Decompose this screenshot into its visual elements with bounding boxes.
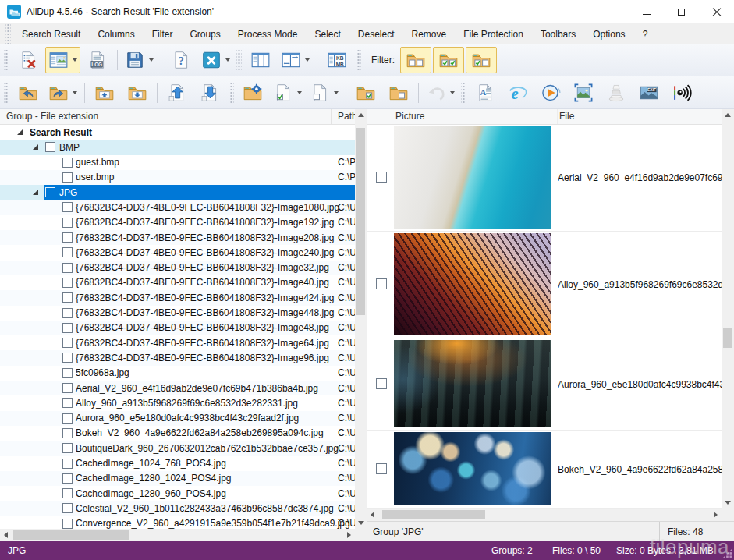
tree-row[interactable]: CachedImage_1024_768_POS4.jpgC:\U — [0, 456, 355, 471]
file-checkbox[interactable] — [62, 368, 73, 378]
file-checkbox[interactable] — [62, 459, 73, 469]
tree-row[interactable]: guest.bmpC:\P — [0, 155, 355, 170]
open-text-editor-button[interactable]: A — [470, 80, 501, 106]
file-checkbox[interactable] — [62, 308, 73, 318]
file-checkbox[interactable] — [62, 232, 73, 243]
menu-file-protection[interactable]: File Protection — [455, 23, 532, 44]
tree-root-row[interactable]: Search Result — [0, 125, 355, 140]
close-button[interactable] — [198, 47, 233, 73]
tree-row[interactable]: {76832BC4-DD37-4BE0-9FEC-BB6041808F32}-I… — [0, 245, 355, 260]
tree-row[interactable]: Aurora_960_e5e180d0afc4c9938bc4f43c29faa… — [0, 411, 355, 426]
close-search-result-button[interactable] — [12, 47, 44, 73]
tree-row[interactable]: {76832BC4-DD37-4BE0-9FEC-BB6041808F32}-I… — [0, 335, 355, 350]
file-checkbox[interactable] — [62, 202, 73, 212]
file-checkbox[interactable] — [62, 413, 73, 424]
tree-row[interactable]: {76832BC4-DD37-4BE0-9FEC-BB6041808F32}-I… — [0, 306, 355, 321]
preview-vscrollbar[interactable] — [722, 109, 734, 509]
dropdown-arrow-icon[interactable] — [73, 58, 77, 62]
select-group-button[interactable] — [350, 80, 381, 106]
tree-hscroll-thumb[interactable] — [13, 530, 129, 540]
dropdown-arrow-icon[interactable] — [149, 58, 154, 62]
tree-vscroll-thumb[interactable] — [356, 128, 365, 315]
filter-mixed-groups-button[interactable] — [466, 47, 497, 73]
open-image-viewer-button[interactable] — [568, 80, 599, 106]
file-checkbox[interactable] — [62, 263, 73, 273]
previous-file-button[interactable] — [89, 80, 120, 106]
maximize-button[interactable] — [664, 0, 699, 23]
tree-row[interactable]: {76832BC4-DD37-4BE0-9FEC-BB6041808F32}-I… — [0, 350, 355, 365]
dropdown-arrow-icon[interactable] — [297, 91, 302, 94]
tree-row[interactable]: Celestial_V2_960_1b011c282433a37463b96c8… — [0, 501, 355, 516]
collapse-groups-button[interactable] — [194, 80, 225, 106]
expand-groups-button[interactable] — [161, 80, 193, 106]
scroll-up-icon[interactable] — [355, 109, 367, 121]
size-format-button[interactable]: KBMB — [321, 47, 353, 73]
expanded-caret-icon[interactable] — [33, 190, 38, 195]
filter-checked-groups-button[interactable] — [433, 47, 464, 73]
scroll-right-icon[interactable] — [343, 529, 355, 541]
tree-row[interactable]: {76832BC4-DD37-4BE0-9FEC-BB6041808F32}-I… — [0, 215, 355, 230]
tree-row[interactable]: {76832BC4-DD37-4BE0-9FEC-BB6041808F32}-I… — [0, 275, 355, 290]
menu-process-mode[interactable]: Process Mode — [229, 23, 307, 44]
tree-row[interactable]: Alloy_960_a913b5f968269f69c6e8532d3e2823… — [0, 395, 355, 410]
expanded-caret-icon[interactable] — [33, 144, 38, 150]
menu-columns[interactable]: Columns — [89, 23, 143, 44]
previous-group-button[interactable] — [12, 80, 44, 106]
preview-row[interactable]: Aurora_960_e5e180d0afc4c9938bc4f43c29faa… — [367, 338, 722, 431]
file-checkbox[interactable] — [62, 443, 73, 453]
dropdown-arrow-icon[interactable] — [73, 91, 77, 94]
dropdown-arrow-icon[interactable] — [225, 58, 230, 62]
preview-row[interactable]: Alloy_960_a913b5f968269f69c6e8532d3e2823… — [367, 232, 722, 338]
tree-group-row[interactable]: BMP — [0, 140, 355, 154]
preview-hscroll-thumb[interactable] — [382, 510, 485, 519]
scroll-down-icon[interactable] — [355, 517, 367, 529]
file-checkbox[interactable] — [62, 428, 73, 438]
tree-hscrollbar[interactable] — [0, 529, 355, 541]
tree-row[interactable]: Aerial_V2_960_e4f16d9ab2de9e07fc69b471b3… — [0, 381, 355, 395]
preview-vscroll-thumb[interactable] — [723, 328, 732, 348]
file-checkbox[interactable] — [62, 338, 73, 348]
tree-row[interactable]: {76832BC4-DD37-4BE0-9FEC-BB6041808F32}-I… — [0, 200, 355, 214]
select-files-button[interactable] — [270, 80, 305, 106]
tree-group-row[interactable]: JPG — [0, 185, 355, 200]
file-checkbox[interactable] — [62, 323, 73, 333]
file-checkbox[interactable] — [62, 398, 73, 408]
deselect-files-button[interactable] — [307, 80, 342, 106]
next-file-button[interactable] — [122, 80, 153, 106]
column-header-file[interactable]: File — [558, 109, 734, 124]
dropdown-arrow-icon[interactable] — [305, 58, 310, 62]
expanded-caret-icon[interactable] — [17, 129, 23, 135]
tree-row[interactable]: {76832BC4-DD37-4BE0-9FEC-BB6041808F32}-I… — [0, 261, 355, 275]
dropdown-arrow-icon[interactable] — [450, 91, 455, 94]
open-media-player-button[interactable] — [535, 80, 566, 106]
tree-row[interactable]: CachedImage_1280_1024_POS4.jpgC:\U — [0, 471, 355, 486]
file-checkbox[interactable] — [62, 519, 73, 529]
tree-row[interactable]: user.bmpC:\P — [0, 170, 355, 185]
file-checkbox[interactable] — [62, 292, 73, 303]
file-checkbox[interactable] — [62, 353, 73, 363]
menu-remove[interactable]: Remove — [403, 23, 456, 44]
minimize-button[interactable] — [629, 0, 664, 23]
menu-filter[interactable]: Filter — [144, 23, 182, 44]
file-checkbox[interactable] — [62, 278, 73, 288]
menu-help[interactable]: ? — [634, 23, 657, 44]
menu-select[interactable]: Select — [306, 23, 349, 44]
column-header-group[interactable]: Group - File extension — [0, 109, 332, 124]
scroll-left-icon[interactable] — [0, 529, 12, 541]
preview-hscrollbar[interactable] — [367, 509, 722, 521]
menu-deselect[interactable]: Deselect — [349, 23, 403, 44]
next-group-button[interactable] — [45, 80, 80, 106]
column-header-picture[interactable]: Picture — [392, 109, 558, 124]
file-checkbox[interactable] — [376, 463, 387, 474]
tree-row[interactable]: Convergence_V2_960_a4291915a9e359b054f1e… — [0, 516, 355, 529]
tree-row[interactable]: {76832BC4-DD37-4BE0-9FEC-BB6041808F32}-I… — [0, 290, 355, 305]
tree-row[interactable]: BoutiqueDark_960_2670632012cab762c1b532b… — [0, 441, 355, 455]
play-audio-button[interactable] — [666, 80, 697, 106]
menu-toolbars[interactable]: Toolbars — [532, 23, 584, 44]
tree-row[interactable]: {76832BC4-DD37-4BE0-9FEC-BB6041808F32}-I… — [0, 321, 355, 335]
undo-button[interactable] — [423, 80, 458, 106]
help-button[interactable]: ? — [165, 47, 197, 73]
resize-grip[interactable] — [722, 548, 732, 558]
file-checkbox[interactable] — [62, 172, 73, 183]
open-vlc-button[interactable] — [601, 80, 632, 106]
